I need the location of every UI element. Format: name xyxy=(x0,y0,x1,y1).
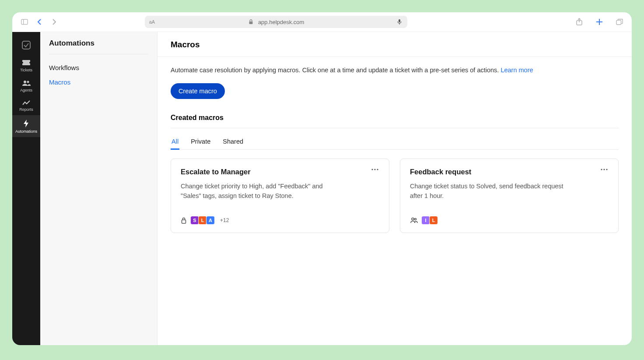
team-icon xyxy=(410,217,418,223)
learn-more-link[interactable]: Learn more xyxy=(500,67,533,74)
rail-item-agents[interactable]: Agents xyxy=(12,76,40,96)
macro-title: Feedback request xyxy=(410,168,471,176)
member-badges: S L A xyxy=(190,216,215,225)
lock-icon xyxy=(248,18,255,25)
macro-description: Change ticket priority to High, add "Fee… xyxy=(181,181,338,201)
svg-point-15 xyxy=(377,169,378,170)
forward-icon[interactable] xyxy=(51,18,58,25)
macro-card[interactable]: Escalate to Manager Change ticket priori… xyxy=(171,159,389,233)
svg-rect-0 xyxy=(21,19,28,24)
member-badge: L xyxy=(198,216,207,225)
rail-item-reports[interactable]: Reports xyxy=(12,96,40,115)
tab-shared[interactable]: Shared xyxy=(222,134,244,149)
sidebar: Automations Workflows Macros xyxy=(40,32,158,345)
more-members-count: +12 xyxy=(220,217,229,223)
svg-rect-2 xyxy=(249,21,253,24)
svg-point-13 xyxy=(371,169,373,170)
svg-rect-10 xyxy=(22,41,30,49)
intro-text: Automate case resolution by applying mac… xyxy=(171,67,619,74)
divider xyxy=(49,54,148,54)
app-content: Tickets Agents Reports Automations Autom… xyxy=(12,32,632,345)
macro-title: Escalate to Manager xyxy=(181,168,251,176)
member-badge: I xyxy=(421,216,430,225)
more-options-icon[interactable] xyxy=(600,168,609,171)
sidebar-link-macros[interactable]: Macros xyxy=(40,75,157,89)
svg-point-14 xyxy=(374,169,375,170)
section-title: Created macros xyxy=(171,114,619,122)
member-badge: L xyxy=(429,216,438,225)
rail-item-label: Automations xyxy=(15,129,37,134)
create-macro-button[interactable]: Create macro xyxy=(171,83,225,99)
page-title: Macros xyxy=(158,32,632,57)
svg-point-18 xyxy=(603,169,605,170)
app-logo[interactable] xyxy=(12,35,40,55)
svg-rect-3 xyxy=(399,19,400,22)
macro-description: Change ticket status to Solved, send fee… xyxy=(410,181,567,201)
svg-point-17 xyxy=(601,169,602,170)
tab-all[interactable]: All xyxy=(171,134,179,149)
new-tab-icon[interactable] xyxy=(596,18,603,25)
url-text: app.helpdesk.com xyxy=(258,19,304,25)
member-badge: S xyxy=(190,216,199,225)
svg-rect-16 xyxy=(182,220,186,223)
filter-tabs: All Private Shared xyxy=(171,134,619,150)
rail-item-label: Tickets xyxy=(20,68,32,72)
macro-card[interactable]: Feedback request Change ticket status to… xyxy=(400,159,619,233)
nav-rail: Tickets Agents Reports Automations xyxy=(12,32,40,345)
divider xyxy=(171,128,619,128)
sidebar-toggle-icon[interactable] xyxy=(21,18,28,25)
svg-point-11 xyxy=(24,81,26,83)
share-icon[interactable] xyxy=(576,18,583,25)
browser-toolbar: aA app.helpdesk.com xyxy=(12,12,632,32)
svg-point-19 xyxy=(606,169,607,170)
rail-item-label: Agents xyxy=(20,88,32,92)
address-bar[interactable]: aA app.helpdesk.com xyxy=(145,16,407,28)
sidebar-title: Automations xyxy=(40,32,157,54)
sidebar-link-workflows[interactable]: Workflows xyxy=(40,60,157,75)
rail-item-label: Reports xyxy=(19,107,33,112)
lock-icon xyxy=(181,217,187,224)
browser-window: aA app.helpdesk.com xyxy=(12,12,632,345)
svg-point-21 xyxy=(415,219,416,220)
member-badge: A xyxy=(206,216,215,225)
rail-item-tickets[interactable]: Tickets xyxy=(12,55,40,76)
main-panel: Macros Automate case resolution by apply… xyxy=(158,32,632,345)
svg-point-20 xyxy=(412,218,414,220)
macro-cards: Escalate to Manager Change ticket priori… xyxy=(171,159,619,233)
back-icon[interactable] xyxy=(36,18,43,25)
more-options-icon[interactable] xyxy=(371,168,379,171)
svg-rect-9 xyxy=(616,20,621,25)
member-badges: I L xyxy=(421,216,438,225)
tabs-icon[interactable] xyxy=(616,18,623,25)
mic-icon[interactable] xyxy=(396,18,403,25)
svg-point-12 xyxy=(27,81,29,83)
rail-item-automations[interactable]: Automations xyxy=(12,115,40,137)
tab-private[interactable]: Private xyxy=(190,134,211,149)
reader-mode-icon[interactable]: aA xyxy=(149,19,155,25)
